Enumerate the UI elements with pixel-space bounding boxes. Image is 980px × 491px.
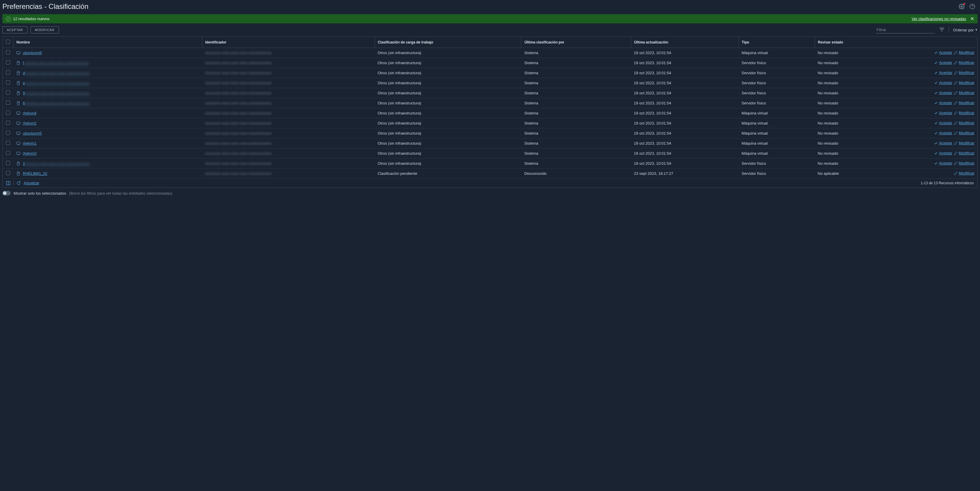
modify-action[interactable]: Modificar (954, 70, 974, 75)
modify-action[interactable]: Modificar (954, 50, 974, 55)
accept-action[interactable]: Aceptar (934, 131, 952, 135)
row-updated: 19 oct 2023, 10:01:54 (631, 118, 738, 129)
col-workload[interactable]: Clasificación de carga de trabajo (375, 37, 521, 48)
accept-action[interactable]: Aceptar (934, 151, 952, 155)
modify-action[interactable]: Modificar (954, 151, 974, 155)
row-checkbox[interactable] (6, 161, 10, 165)
modify-action[interactable]: Modificar (954, 161, 974, 165)
row-identifier: xxxxxxxx-xxxx-xxxx-xxxx-xxxxxxxxxxxx (205, 111, 272, 115)
col-type[interactable]: Tipo (738, 37, 815, 48)
col-name[interactable]: Nombre (13, 37, 202, 48)
modify-button[interactable]: MODIFICAR (30, 26, 59, 33)
check-icon (934, 131, 938, 135)
row-type: Servidor físico (738, 159, 815, 168)
select-all-checkbox[interactable] (6, 40, 10, 44)
vm-icon (16, 111, 21, 115)
row-checkbox[interactable] (6, 50, 10, 54)
row-name-link[interactable]: 2xxxxxxx-xxxx-xxxx-xxxx-xxxxxxxxxxxx (23, 161, 90, 166)
table-row: rhelvm1xxxxxxxx-xxxx-xxxx-xxxx-xxxxxxxxx… (3, 138, 977, 148)
accept-action[interactable]: Aceptar (934, 111, 952, 115)
row-name-link[interactable]: rhelvm3 (23, 151, 37, 156)
close-icon[interactable]: ✕ (970, 16, 974, 22)
table-row: RHELBM1_02xxxxxxxx-xxxx-xxxx-xxxx-xxxxxx… (3, 168, 977, 179)
row-name-link[interactable]: rhelvm1 (23, 141, 37, 146)
row-checkbox[interactable] (6, 111, 10, 115)
svg-rect-6 (17, 51, 20, 54)
accept-action[interactable]: Aceptar (934, 60, 952, 65)
help-icon[interactable] (969, 3, 975, 10)
modify-action[interactable]: Modificar (954, 60, 974, 65)
table-row: rhelvm4xxxxxxxx-xxxx-xxxx-xxxx-xxxxxxxxx… (3, 108, 977, 118)
row-checkbox[interactable] (6, 91, 10, 95)
modify-action[interactable]: Modificar (954, 91, 974, 95)
row-checkbox[interactable] (6, 131, 10, 135)
server-icon (16, 71, 21, 75)
filter-input[interactable] (876, 26, 935, 33)
row-name-link[interactable]: fxxxxxxx-xxxx-xxxx-xxxx-xxxxxxxxxxxx (23, 60, 89, 65)
accept-action[interactable]: Aceptar (934, 50, 952, 55)
accept-action[interactable]: Aceptar (934, 141, 952, 145)
svg-rect-33 (17, 142, 20, 145)
modify-action[interactable]: Modificar (954, 141, 974, 145)
accept-action[interactable]: Aceptar (934, 91, 952, 95)
row-checkbox[interactable] (6, 100, 10, 105)
edit-icon (954, 131, 958, 135)
row-checkbox[interactable] (6, 70, 10, 75)
row-name-link[interactable]: exxxxxxx-xxxx-xxxx-xxxx-xxxxxxxxxxxx (23, 81, 90, 85)
accept-action[interactable]: Aceptar (934, 70, 952, 75)
row-checkbox[interactable] (6, 171, 10, 175)
row-identifier: xxxxxxxx-xxxx-xxxx-xxxx-xxxxxxxxxxxx (205, 121, 272, 126)
modify-action[interactable]: Modificar (954, 111, 974, 115)
modify-action[interactable]: Modificar (954, 171, 974, 175)
row-checkbox[interactable] (6, 81, 10, 84)
row-name-link[interactable]: 6xxxxxxx-xxxx-xxxx-xxxx-xxxxxxxxxxxx (23, 101, 90, 105)
row-name-link[interactable]: RHELBM1_02 (23, 171, 47, 176)
row-workload: Otros (sin infraestructura) (375, 68, 521, 78)
refresh-icon[interactable] (17, 181, 21, 185)
row-name-link[interactable]: rhelvm2 (23, 121, 37, 126)
col-classified-by[interactable]: Última clasificación por (521, 37, 631, 48)
svg-rect-42 (17, 172, 19, 175)
accept-action[interactable]: Aceptar (934, 161, 952, 165)
table-row: dxxxxxxx-xxxx-xxxx-xxxx-xxxxxxxxxxxxxxxx… (3, 68, 977, 78)
row-checkbox[interactable] (6, 60, 10, 65)
accept-action[interactable]: Aceptar (934, 100, 952, 105)
settings-icon[interactable] (959, 3, 965, 10)
col-identifier[interactable]: Identificador (202, 37, 375, 48)
modify-action[interactable]: Modificar (954, 131, 974, 135)
edit-icon (954, 91, 958, 95)
row-checkbox[interactable] (6, 141, 10, 145)
col-review[interactable]: Revisar estado (815, 37, 977, 48)
svg-point-0 (961, 6, 963, 7)
show-selected-toggle[interactable] (2, 191, 11, 195)
modify-action[interactable]: Modificar (954, 100, 974, 105)
modify-action[interactable]: Modificar (954, 81, 974, 85)
filter-icon[interactable] (939, 27, 945, 33)
accept-action[interactable]: Aceptar (934, 121, 952, 125)
row-checkbox[interactable] (6, 151, 10, 155)
toggle-label: Mostrar solo los seleccionados (14, 191, 66, 195)
row-identifier: xxxxxxxx-xxxx-xxxx-xxxx-xxxxxxxxxxxx (205, 60, 272, 65)
sort-dropdown[interactable]: Ordenar por ▼ (953, 28, 978, 32)
row-updated: 19 oct 2023, 10:01:54 (631, 138, 738, 148)
server-icon (16, 162, 21, 166)
modify-action[interactable]: Modificar (954, 121, 974, 125)
row-name-link[interactable]: 9xxxxxxx-xxxx-xxxx-xxxx-xxxxxxxxxxxx (23, 91, 90, 95)
row-name-link[interactable]: ubuntuvm5 (23, 131, 42, 135)
row-identifier: xxxxxxxx-xxxx-xxxx-xxxx-xxxxxxxxxxxx (205, 51, 272, 55)
row-review: No revisado Aceptar Modificar (815, 98, 977, 108)
row-checkbox[interactable] (6, 121, 10, 125)
banner-link[interactable]: Ver clasificaciones no revisadas (912, 17, 966, 21)
server-icon (16, 91, 21, 95)
refresh-link[interactable]: Actualizar (24, 181, 39, 185)
row-name-link[interactable]: dxxxxxxx-xxxx-xxxx-xxxx-xxxxxxxxxxxx (23, 71, 90, 75)
accept-action[interactable]: Aceptar (934, 81, 952, 85)
accept-button[interactable]: ACEPTAR (2, 26, 27, 33)
row-name-link[interactable]: rhelvm4 (23, 111, 37, 115)
svg-rect-27 (17, 122, 20, 124)
chevron-down-icon: ▼ (975, 29, 978, 31)
columns-icon[interactable] (6, 181, 10, 185)
row-name-link[interactable]: ubuntuvm6 (23, 51, 42, 55)
row-review: No revisado Aceptar Modificar (815, 118, 977, 129)
col-updated[interactable]: Última actualización (631, 37, 738, 48)
